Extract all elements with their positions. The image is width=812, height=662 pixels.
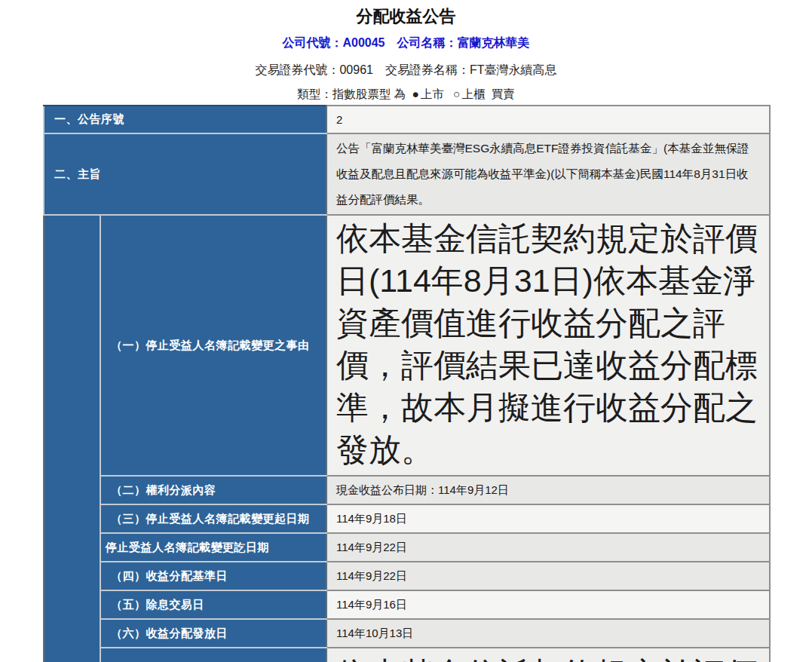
type-line-suffix: 買賣 bbox=[492, 87, 515, 100]
table-row-stop-transfer-end: 停止受益人名簿記載變更訖日期 114年9月22日 bbox=[44, 533, 770, 562]
row-value-subject: 公告「富蘭克林華美臺灣ESG永續高息ETF證券投資信託基金」(本基金並無保證收益… bbox=[326, 133, 770, 215]
radio-otc[interactable]: ○上櫃 bbox=[453, 87, 485, 100]
row-value-rights-content: 現金收益公布日期：114年9月12日 bbox=[326, 476, 770, 504]
row-label-subject: 二、主旨 bbox=[44, 133, 326, 215]
row-label-record-date: （四）收益分配基準日 bbox=[100, 562, 326, 590]
row-value-payment-date: 114年10月13日 bbox=[326, 619, 770, 648]
row-label-announce-no: 一、公告序號 bbox=[44, 106, 326, 133]
row-value-stop-transfer-end: 114年9月22日 bbox=[326, 533, 770, 562]
radio-listed[interactable]: ●上市 bbox=[412, 87, 443, 100]
company-line: 公司代號：A00045 公司名稱：富蘭克林華美 bbox=[0, 35, 812, 50]
table-row-record-date: （四）收益分配基準日 114年9月22日 bbox=[44, 562, 770, 590]
row-label-stop-transfer-reason: （一）停止受益人名簿記載變更之事由 bbox=[100, 215, 326, 476]
table-row-partial: 依本基金信託契約規定於評價 bbox=[44, 648, 770, 662]
row-value-stop-transfer-start: 114年9月18日 bbox=[326, 504, 770, 533]
row-label-payment-date: （六）收益分配發放日 bbox=[100, 619, 326, 648]
page-title: 分配收益公告 bbox=[0, 8, 812, 26]
row-label-rights-content: （二）權利分派內容 bbox=[100, 476, 326, 504]
table-row-subject: 二、主旨 公告「富蘭克林華美臺灣ESG永續高息ETF證券投資信託基金」(本基金並… bbox=[44, 133, 770, 215]
table-row-stop-transfer-reason: （一）停止受益人名簿記載變更之事由 依本基金信託契約規定於評價日(114年8月3… bbox=[44, 215, 770, 476]
radio-selected-icon: ● bbox=[412, 87, 418, 100]
table-row-stop-transfer-start: （三）停止受益人名簿記載變更起日期 114年9月18日 bbox=[44, 504, 770, 533]
table-row-ex-dividend-date: （五）除息交易日 114年9月16日 bbox=[44, 590, 770, 619]
row-label-partial bbox=[100, 648, 326, 662]
row-label-stop-transfer-start: （三）停止受益人名簿記載變更起日期 bbox=[100, 504, 326, 533]
row-value-ex-dividend-date: 114年9月16日 bbox=[326, 590, 770, 619]
announcement-header: 分配收益公告 公司代號：A00045 公司名稱：富蘭克林華美 交易證券代號：00… bbox=[0, 0, 812, 101]
row-label-ex-dividend-date: （五）除息交易日 bbox=[100, 590, 326, 619]
row-value-announce-no: 2 bbox=[326, 106, 770, 133]
type-line: 類型：指數股票型 為 ●上市 ○上櫃 買賣 bbox=[0, 87, 812, 101]
radio-listed-label: 上市 bbox=[421, 87, 444, 100]
radio-otc-label: 上櫃 bbox=[461, 87, 485, 100]
distribution-announcement-page: 分配收益公告 公司代號：A00045 公司名稱：富蘭克林華美 交易證券代號：00… bbox=[0, 0, 812, 662]
section-spacer-cell bbox=[44, 215, 100, 662]
table-row-payment-date: （六）收益分配發放日 114年10月13日 bbox=[44, 619, 770, 648]
type-line-prefix: 類型：指數股票型 為 bbox=[297, 87, 406, 100]
row-value-record-date: 114年9月22日 bbox=[326, 562, 770, 590]
table-row-rights-content: （二）權利分派內容 現金收益公布日期：114年9月12日 bbox=[44, 476, 770, 504]
security-line: 交易證券代號：00961 交易證券名稱：FT臺灣永續高息 bbox=[0, 63, 812, 77]
row-label-stop-transfer-end: 停止受益人名簿記載變更訖日期 bbox=[100, 533, 326, 562]
announcement-table: 一、公告序號 2 二、主旨 公告「富蘭克林華美臺灣ESG永續高息ETF證券投資信… bbox=[43, 105, 771, 662]
row-value-partial: 依本基金信託契約規定於評價 bbox=[326, 648, 770, 662]
row-value-stop-transfer-reason: 依本基金信託契約規定於評價日(114年8月31日)依本基金淨資產價值進行收益分配… bbox=[326, 215, 770, 476]
radio-unselected-icon: ○ bbox=[453, 87, 460, 100]
table-row-announce-no: 一、公告序號 2 bbox=[44, 106, 770, 133]
